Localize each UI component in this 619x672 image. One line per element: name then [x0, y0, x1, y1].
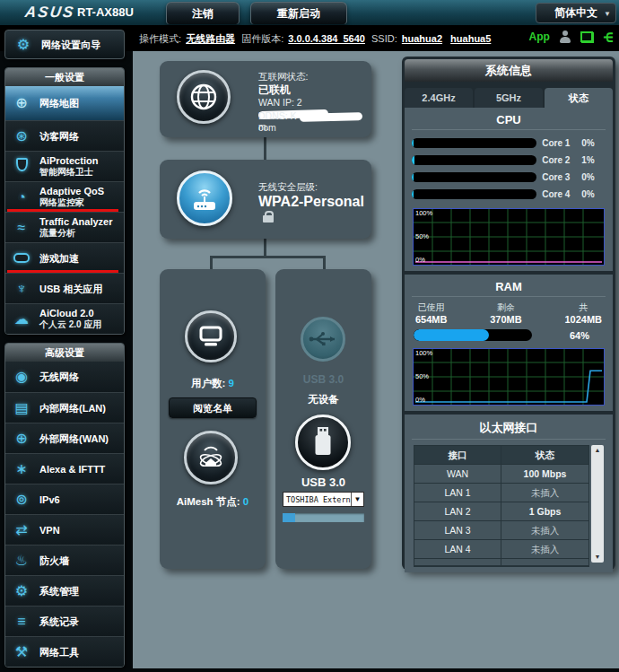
tab-status[interactable]: 状态 — [545, 88, 613, 108]
ram-title: RAM — [412, 278, 606, 297]
internet-status-label: 互联网状态: — [258, 71, 308, 83]
wan-ip-visible: 2 — [297, 97, 302, 108]
cpu-core-fill — [412, 172, 414, 182]
waveform-icon: ≈ — [11, 219, 32, 237]
tab-5ghz[interactable]: 5GHz — [475, 88, 543, 108]
logout-button[interactable]: 注销 — [166, 2, 240, 24]
ssid-link-1[interactable]: huahua2 — [402, 33, 442, 44]
sidebar-item-wizard[interactable]: ⚙ 网络设置向导 — [4, 30, 125, 59]
ssid-link-2[interactable]: huahua5 — [450, 33, 491, 44]
sidebar-general-group: 一般设置 ⊕ 网络地图 ⊛ 访客网络 AiProtection 智能网络卫士 ◔… — [4, 67, 125, 335]
internet-status-value: 已联机 — [258, 83, 291, 98]
usb1-title: USB 3.0 — [275, 373, 371, 386]
globe-icon — [177, 70, 231, 124]
sidebar-item-wireless[interactable]: ◉ 无线网络 — [5, 362, 124, 392]
select-arrow-icon: ▼ — [351, 493, 363, 506]
cpu-core-fill — [412, 155, 414, 165]
sidebar-item-vpn[interactable]: ⇄ VPN — [5, 514, 124, 545]
sidebar-item-usb-apps[interactable]: ♆ USB 相关应用 — [5, 273, 124, 303]
sidebar-item-network-map[interactable]: ⊕ 网络地图 — [5, 86, 124, 120]
sidebar-item-guest-network[interactable]: ⊛ 访客网络 — [5, 120, 124, 151]
sidebar-item-ipv6[interactable]: ⊚ IPv6 — [5, 484, 124, 514]
table-row: LAN 4 未插入 — [414, 540, 588, 559]
flame-icon: ♨ — [11, 552, 32, 570]
gear-icon: ⚙ — [11, 582, 32, 600]
sidebar-item-traffic-analyzer[interactable]: ≈ Traffic Analyzer 流量分析 — [5, 212, 124, 242]
security-value: WPA2-Personal — [258, 194, 364, 209]
language-label: 简体中文 — [554, 6, 597, 19]
reboot-button[interactable]: 重新启动 — [250, 2, 347, 24]
sidebar-item-aiprotection[interactable]: AiProtection 智能网络卫士 — [5, 151, 124, 181]
table-row: LAN 1 未插入 — [414, 484, 588, 502]
ram-free-value: 370MB — [490, 314, 521, 325]
router-icon — [177, 170, 232, 226]
lan-port-icon: ▤ — [11, 399, 32, 417]
sidebar-item-game-boost[interactable]: 游戏加速 — [5, 242, 124, 273]
cpu-section: CPU Core 1 0% Core 2 1% Core 3 0% — [405, 108, 613, 271]
wizard-icon: ⚙ — [13, 36, 34, 54]
ethernet-table: 接口 状态 WAN 100 Mbps LAN 1 未插入 LAN 2 1 Gbp… — [414, 445, 589, 567]
system-info-header: 系统信息 — [405, 59, 613, 82]
sidebar-item-administration[interactable]: ⚙ 系统管理 — [5, 575, 124, 606]
wireless-icon: ◉ — [11, 368, 32, 386]
usb-progress-fill — [283, 513, 295, 522]
ethernet-table-header: 接口 状态 — [414, 446, 588, 465]
usb-drive-icon[interactable] — [295, 415, 351, 470]
sidebar-item-system-log[interactable]: ≡ 系统记录 — [5, 606, 124, 636]
usb2-title: USB 3.0 — [275, 476, 371, 489]
table-row-partial — [414, 559, 588, 566]
connector-line — [264, 137, 266, 160]
sidebar-item-lan[interactable]: ▤ 内部网络(LAN) — [5, 392, 124, 423]
aimesh-count: 0 — [243, 496, 248, 507]
cpu-core-row: Core 3 0% — [412, 170, 606, 185]
op-mode-link[interactable]: 无线路由器 — [186, 33, 235, 44]
ddns-line2: com — [258, 122, 276, 133]
firmware-label: 固件版本: — [241, 33, 283, 44]
security-label: 无线安全层级: — [258, 181, 318, 194]
aimesh-icon[interactable] — [184, 431, 238, 484]
asus-logo: ASUS — [24, 4, 76, 22]
app-link[interactable]: App — [529, 31, 550, 43]
usb-port-empty-icon — [301, 317, 345, 362]
guest-network-icon: ⊛ — [11, 127, 32, 145]
scroll-down-icon[interactable]: ▼ — [595, 554, 601, 561]
table-scrollbar[interactable]: ▲ ▼ — [591, 445, 604, 563]
cpu-core-row: Core 2 1% — [412, 153, 606, 168]
client-list-icon[interactable] — [559, 31, 571, 43]
ssid-label: SSID: — [371, 33, 397, 44]
client-count-label: 用户数: — [191, 378, 225, 388]
ram-free-label: 剩余 — [490, 301, 521, 314]
connector-line — [323, 256, 326, 269]
router-model: RT-AX88U — [77, 5, 134, 19]
language-selector[interactable]: 简体中文 ▼ — [536, 3, 616, 23]
sidebar-item-alexa-ifttt[interactable]: ∗ Alexa & IFTTT — [5, 453, 124, 484]
network-map-icon: ⊕ — [11, 94, 32, 112]
cpu-core-fill — [412, 189, 414, 199]
ram-total-value: 1024MB — [564, 314, 602, 325]
sidebar-item-adaptive-qos[interactable]: ◔ Adaptive QoS 网络监控家 — [5, 181, 124, 212]
ram-used-value: 654MB — [415, 314, 447, 325]
table-row: LAN 2 1 Gbps — [414, 502, 588, 521]
view-list-button[interactable]: 阅览名单 — [169, 397, 257, 418]
scroll-up-icon[interactable]: ▲ — [595, 447, 601, 454]
firmware-link[interactable]: 3.0.0.4.384_5640 — [288, 33, 365, 44]
alexa-icon: ∗ — [11, 460, 32, 478]
sidebar-item-firewall[interactable]: ♨ 防火墙 — [5, 545, 124, 575]
cpu-title: CPU — [412, 111, 606, 130]
ethernet-title: 以太网接口 — [412, 418, 606, 440]
vpn-icon: ⇄ — [11, 521, 32, 539]
lock-icon — [263, 211, 274, 223]
clients-monitor-icon[interactable] — [185, 310, 237, 362]
internet-status-card[interactable]: 互联网状态: 已联机 WAN IP: 2 DDNS: K m. com — [160, 61, 371, 137]
sidebar-item-network-tools[interactable]: ⚒ 网络工具 — [5, 636, 124, 667]
tab-24ghz[interactable]: 2.4GHz — [405, 88, 473, 108]
usb-card: USB 3.0 无设备 USB 3.0 TOSHIBA Extern. ▼ — [275, 269, 371, 569]
connector-line — [210, 256, 213, 269]
remote-screens-icon[interactable] — [580, 31, 594, 43]
usb-device-select[interactable]: TOSHIBA Extern. ▼ — [283, 492, 364, 507]
sidebar-item-wan[interactable]: ⊕ 外部网络(WAN) — [5, 423, 124, 453]
wireless-security-card[interactable]: 无线安全层级: WPA2-Personal — [160, 160, 371, 239]
sidebar-item-aicloud[interactable]: ☁ AiCloud 2.0 个人云 2.0 应用 — [5, 303, 124, 334]
advanced-settings-header: 高级设置 — [5, 344, 124, 362]
usb-status-icon[interactable]: Ψ — [602, 31, 614, 42]
